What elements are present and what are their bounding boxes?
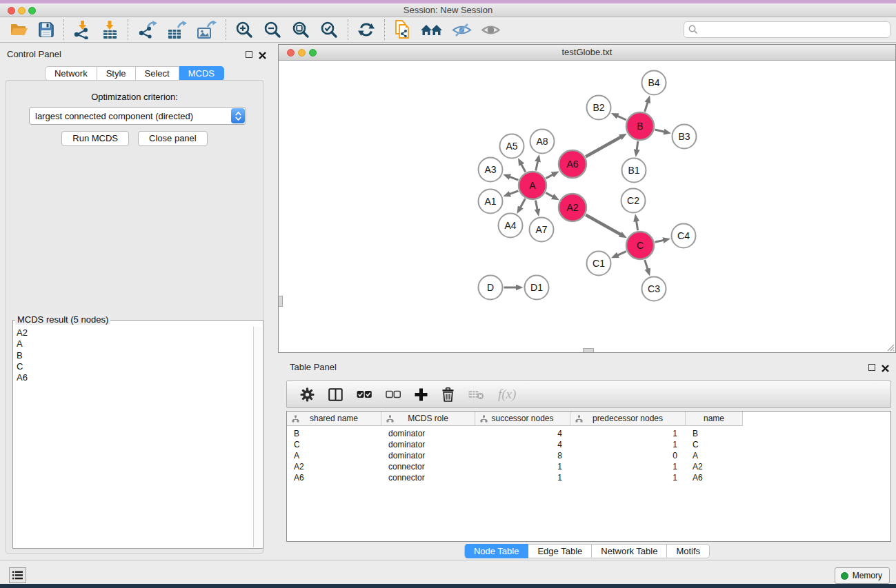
network-minimize-button[interactable] (298, 49, 306, 57)
edge-A-A1[interactable] (510, 191, 519, 194)
edge-A-A6[interactable] (546, 174, 552, 179)
table-cell[interactable]: 1 (570, 440, 686, 449)
edge-A6-B[interactable] (586, 137, 621, 157)
minimize-window-button[interactable] (18, 7, 26, 14)
delete-table-button[interactable] (461, 389, 491, 400)
open-session-button[interactable] (6, 19, 33, 41)
mcds-result-item[interactable]: A2 (14, 327, 252, 338)
window-titlebar[interactable]: Session: New Session (0, 3, 896, 17)
tab-network-table[interactable]: Network Table (592, 544, 667, 558)
node-A8[interactable]: A8 (530, 130, 555, 154)
table-cell[interactable]: 1 (475, 462, 570, 472)
node-C3[interactable]: C3 (642, 277, 666, 301)
search-input[interactable] (701, 25, 886, 34)
save-session-button[interactable] (33, 19, 59, 41)
import-network-button[interactable] (68, 19, 96, 41)
node-A7[interactable]: A7 (530, 218, 554, 242)
tab-edge-table[interactable]: Edge Table (528, 544, 592, 558)
select-all-columns-button[interactable] (350, 390, 379, 398)
table-settings-button[interactable] (293, 387, 321, 402)
table-cell[interactable]: 1 (570, 473, 686, 483)
table-panel-float-button[interactable] (868, 364, 875, 371)
home-button[interactable] (416, 19, 447, 41)
node-B2[interactable]: B2 (587, 96, 611, 120)
mcds-result-item[interactable]: A6 (14, 372, 252, 383)
edge-A-A3[interactable] (510, 176, 519, 180)
node-D1[interactable]: D1 (525, 276, 549, 300)
node-D[interactable]: D (479, 276, 503, 300)
edge-A2-C[interactable] (586, 215, 621, 235)
mcds-result-item[interactable]: B (14, 350, 252, 361)
node-C4[interactable]: C4 (672, 224, 696, 248)
zoom-window-button[interactable] (28, 7, 36, 14)
export-network-button[interactable] (132, 19, 162, 41)
node-B[interactable]: B (626, 112, 654, 140)
function-builder-button[interactable]: f(x) (491, 387, 523, 402)
edge-C-C3[interactable] (645, 260, 648, 270)
show-columns-button[interactable] (321, 388, 350, 401)
table-cell[interactable]: B (287, 429, 381, 438)
show-panels-button[interactable] (477, 19, 505, 41)
edge-B-B3[interactable] (655, 130, 664, 132)
node-A6[interactable]: A6 (559, 150, 586, 178)
edge-C-C2[interactable] (637, 221, 638, 230)
memory-button[interactable]: Memory (835, 567, 890, 584)
close-window-button[interactable] (8, 7, 15, 14)
create-column-button[interactable] (408, 388, 435, 401)
zoom-selected-button[interactable] (315, 19, 344, 41)
table-cell[interactable]: A (287, 451, 381, 460)
tab-select[interactable]: Select (136, 66, 179, 81)
edge-A-A5[interactable] (521, 164, 526, 172)
mcds-result-list[interactable]: A2ABCA6 (14, 327, 252, 547)
table-cell[interactable]: A6 (287, 473, 381, 483)
table-cell[interactable]: dominator (381, 440, 475, 449)
network-zoom-button[interactable] (309, 49, 317, 57)
table-cell[interactable]: B (686, 429, 743, 438)
table-row[interactable]: Cdominator41C (287, 439, 890, 450)
export-table-button[interactable] (162, 19, 192, 41)
edge-C-C4[interactable] (655, 240, 664, 242)
edge-A-A2[interactable] (546, 193, 553, 197)
table-cell[interactable]: A (686, 451, 743, 460)
node-A4[interactable]: A4 (499, 214, 523, 238)
node-B3[interactable]: B3 (673, 125, 697, 149)
edge-B-B4[interactable] (645, 102, 648, 112)
table-cell[interactable]: connector (381, 473, 475, 483)
edge-B-B1[interactable] (637, 141, 638, 150)
table-cell[interactable]: A2 (686, 462, 743, 472)
column-header-MCDS-role[interactable]: MCDS role (381, 412, 475, 426)
node-B4[interactable]: B4 (642, 71, 666, 95)
birdseye-toggle-bottom[interactable] (583, 348, 594, 352)
tab-node-table[interactable]: Node Table (464, 544, 529, 558)
table-cell[interactable]: A2 (287, 462, 381, 472)
column-header-predecessor-nodes[interactable]: predecessor nodes (570, 412, 686, 426)
column-header-successor-nodes[interactable]: successor nodes (475, 412, 570, 426)
close-panel-button[interactable]: Close panel (138, 131, 208, 146)
edge-A-A8[interactable] (536, 161, 538, 171)
node-A1[interactable]: A1 (479, 190, 503, 214)
mcds-result-item[interactable]: C (14, 361, 252, 372)
control-panel-float-button[interactable] (246, 51, 252, 58)
table-cell[interactable]: connector (381, 462, 475, 472)
zoom-fit-button[interactable] (287, 19, 315, 41)
unselect-all-columns-button[interactable] (379, 390, 408, 398)
zoom-out-button[interactable] (259, 19, 287, 41)
edge-A-A4[interactable] (520, 199, 525, 207)
search-box[interactable] (684, 21, 890, 38)
optimization-criterion-dropdown[interactable]: largest connected component (directed) (29, 107, 246, 125)
network-canvas[interactable]: B4B2BB3A8A5A6A3B1AA1C2A2A4A7C4CC1C3DD1 (279, 61, 895, 352)
resize-grip-icon[interactable] (885, 342, 895, 352)
run-mcds-button[interactable]: Run MCDS (61, 131, 129, 146)
table-cell[interactable]: 8 (475, 451, 570, 460)
table-cell[interactable]: 1 (475, 473, 570, 483)
column-header-shared-name[interactable]: shared name (287, 412, 381, 426)
table-cell[interactable]: A6 (686, 473, 743, 483)
hide-panels-button[interactable] (447, 19, 477, 41)
node-C1[interactable]: C1 (587, 252, 611, 276)
edge-A-A7[interactable] (535, 201, 537, 210)
table-row[interactable]: Adominator80A (287, 450, 890, 461)
node-B1[interactable]: B1 (622, 159, 646, 183)
table-cell[interactable]: C (287, 440, 381, 449)
mcds-result-item[interactable]: A (14, 338, 252, 349)
table-row[interactable]: A6connector11A6 (287, 472, 890, 483)
